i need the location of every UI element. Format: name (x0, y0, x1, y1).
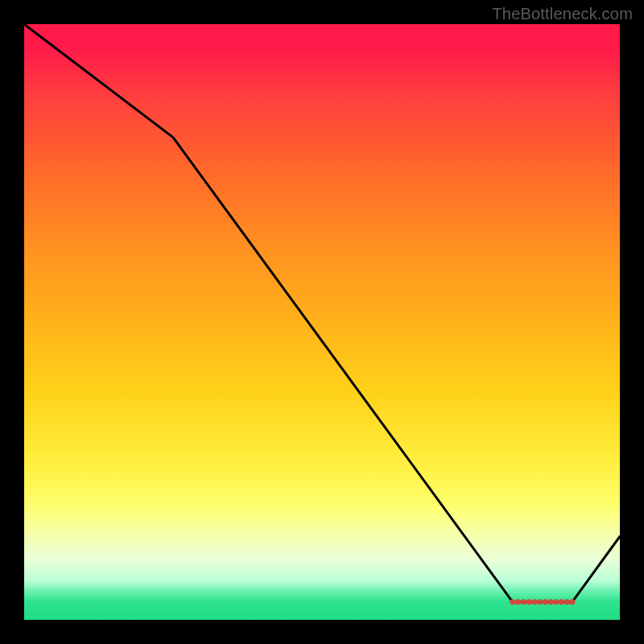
plateau-dot (521, 599, 526, 605)
plateau-dot (553, 599, 559, 605)
plateau-dot (547, 599, 553, 605)
plateau-dot (515, 599, 521, 605)
plateau-dot (543, 599, 548, 605)
plateau-dot (569, 599, 575, 605)
chart-line (24, 24, 620, 602)
chart-svg (24, 24, 620, 620)
plateau-dot (531, 599, 537, 605)
plateau-dots-group (510, 599, 575, 605)
plateau-dot (559, 599, 564, 605)
plateau-dot (564, 599, 570, 605)
plateau-dot (526, 599, 532, 605)
plateau-dot (510, 599, 515, 605)
watermark-text: TheBottleneck.com (492, 5, 633, 23)
plateau-dot (537, 599, 543, 605)
chart-plot-area (24, 24, 620, 620)
